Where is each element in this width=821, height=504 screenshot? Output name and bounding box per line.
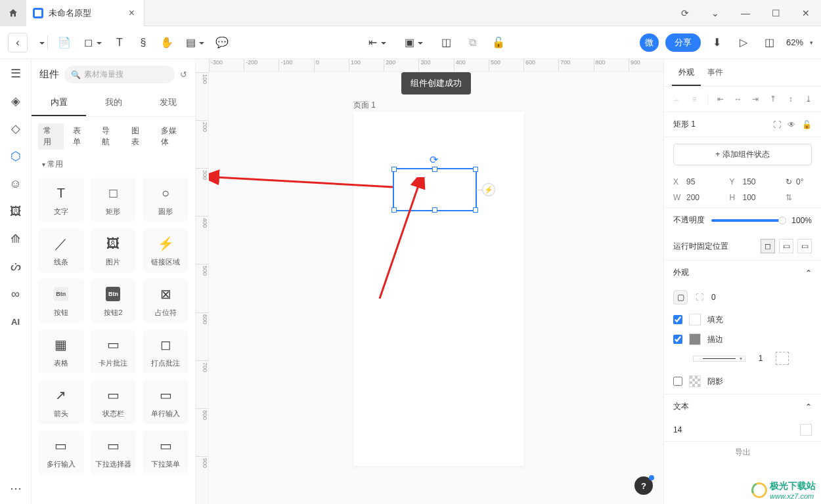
element-name[interactable]: 矩形 1 — [673, 119, 696, 130]
fixed-opt-bottom[interactable]: ▭ — [797, 239, 812, 253]
stroke-side-icon[interactable] — [776, 352, 789, 365]
code-icon[interactable]: ⟰ — [8, 231, 24, 247]
cat-nav[interactable]: 导航 — [97, 123, 122, 150]
canvas[interactable]: 组件创建成功 页面 1 ⟳ ⚡ — [209, 72, 663, 504]
align-bottom-icon[interactable]: ⤓ — [803, 93, 813, 105]
component-item[interactable]: ▭卡片批注 — [91, 329, 137, 373]
component-search[interactable]: 🔍 素材海量搜 — [64, 66, 175, 83]
overlap-icon[interactable]: ◫ — [436, 33, 456, 52]
component-item[interactable]: ○圆形 — [143, 178, 189, 222]
component-item[interactable]: ▭下拉选择器 — [91, 430, 137, 474]
refresh-icon[interactable]: ⟳ — [670, 0, 700, 26]
align-right-icon[interactable]: ⇥ — [751, 93, 761, 105]
component-item[interactable]: ／线条 — [38, 228, 84, 272]
detach-icon[interactable]: ⧉ — [462, 33, 482, 52]
opacity-value[interactable]: 100% — [791, 216, 812, 225]
panel-icon[interactable]: ◫ — [760, 33, 780, 52]
components-icon[interactable]: ⬡ — [8, 148, 24, 164]
align-center-v-icon[interactable]: ↕ — [786, 93, 795, 105]
fixed-opt-none[interactable]: ◻ — [761, 239, 775, 253]
align-dist-h-icon[interactable]: ⫠ — [672, 93, 682, 105]
component-item[interactable]: 🖼图片 — [91, 228, 137, 272]
component-item[interactable]: ▭多行输入 — [38, 430, 84, 474]
component-item[interactable]: □矩形 — [91, 178, 137, 222]
component-item[interactable]: ▭状态栏 — [91, 380, 137, 424]
unlock-icon[interactable]: 🔓 — [489, 33, 508, 52]
page-label[interactable]: 页面 1 — [353, 100, 376, 111]
component-item[interactable]: T文字 — [38, 178, 84, 222]
resize-handle[interactable] — [391, 207, 397, 213]
h-input[interactable]: 100 — [743, 193, 756, 202]
home-button[interactable] — [0, 0, 26, 26]
stroke-swatch[interactable] — [689, 333, 701, 345]
share-node-icon[interactable]: ∞ — [8, 286, 24, 302]
component-item[interactable]: ▭下拉菜单 — [143, 430, 189, 474]
section-common-head[interactable]: 常用 — [32, 156, 195, 173]
avatar-badge[interactable]: 微 — [640, 33, 659, 52]
font-color-swatch[interactable] — [800, 424, 812, 436]
component-item[interactable]: ⊠占位符 — [143, 279, 189, 323]
export-label[interactable]: 导出 — [735, 447, 751, 458]
resize-handle[interactable] — [432, 167, 437, 172]
align-left-icon[interactable]: ⇤ — [715, 93, 725, 105]
resize-handle[interactable] — [473, 167, 478, 172]
frame-align-icon[interactable]: ▣ — [399, 33, 419, 52]
w-input[interactable]: 200 — [686, 193, 699, 202]
image-icon[interactable]: 🖼 — [8, 203, 24, 219]
comment-tool-icon[interactable]: 💬 — [212, 33, 232, 52]
add-state-button[interactable]: + 添加组件状态 — [673, 144, 812, 165]
cat-common[interactable]: 常用 — [38, 123, 64, 150]
component-item[interactable]: ▭单行输入 — [143, 380, 189, 424]
close-window-icon[interactable]: ✕ — [791, 0, 821, 26]
back-dropdown[interactable] — [32, 33, 41, 52]
shadow-swatch[interactable] — [689, 375, 701, 387]
tab-mine[interactable]: 我的 — [86, 90, 141, 116]
artboard[interactable] — [353, 112, 524, 466]
collapse-icon[interactable]: ⌃ — [805, 402, 812, 411]
outline-icon[interactable]: ☰ — [8, 66, 24, 81]
component-item[interactable]: Btn按钮 — [38, 279, 84, 323]
close-tab-icon[interactable]: × — [129, 7, 135, 19]
resize-handle[interactable] — [391, 167, 397, 172]
back-button[interactable]: ‹ — [8, 33, 28, 52]
component-item[interactable]: ↗箭头 — [38, 380, 84, 424]
align-top-icon[interactable]: ⤒ — [768, 93, 778, 105]
font-size-input[interactable]: 14 — [673, 425, 682, 434]
hand-tool-icon[interactable]: ✋ — [157, 33, 177, 52]
document-tab[interactable]: 未命名原型 × — [26, 0, 144, 26]
interaction-handle-icon[interactable]: ⚡ — [482, 183, 495, 196]
y-input[interactable]: 150 — [743, 177, 756, 186]
help-button[interactable]: ? — [634, 476, 653, 495]
path-tool-icon[interactable]: § — [133, 33, 153, 52]
history-icon[interactable]: ↺ — [180, 70, 187, 79]
play-icon[interactable]: ▷ — [734, 33, 753, 52]
link-wh-icon[interactable]: ⇅ — [786, 193, 792, 202]
visibility-icon[interactable]: 👁 — [788, 120, 795, 129]
align-center-h-icon[interactable]: ↔ — [733, 93, 743, 105]
diamond-icon[interactable]: ◇ — [8, 121, 24, 136]
rotate-icon[interactable]: ↻ — [786, 177, 792, 186]
cat-form[interactable]: 表单 — [68, 123, 93, 150]
minimize-icon[interactable]: — — [730, 0, 761, 26]
collapse-icon[interactable]: ⌃ — [805, 268, 812, 278]
x-input[interactable]: 95 — [686, 177, 695, 186]
resize-handle[interactable] — [432, 207, 437, 213]
shadow-checkbox[interactable] — [673, 377, 682, 386]
share-button[interactable]: 分享 — [665, 33, 701, 52]
corner-radius-icon[interactable]: ▢ — [673, 290, 688, 304]
fit-icon[interactable]: ⛶ — [773, 120, 781, 129]
rotate-handle-icon[interactable]: ⟳ — [430, 154, 438, 166]
tab-events[interactable]: 事件 — [701, 59, 730, 86]
note-tool-icon[interactable]: ▤ — [181, 33, 200, 52]
ai-label[interactable]: AI — [8, 314, 24, 329]
resize-handle[interactable] — [473, 207, 478, 213]
align-left-icon[interactable]: ⇤ — [363, 33, 382, 52]
component-item[interactable]: ◻打点批注 — [143, 329, 189, 373]
rect-tool-icon[interactable]: ◻ — [78, 33, 98, 52]
stroke-width-input[interactable]: 1 — [751, 354, 770, 363]
tab-discover[interactable]: 发现 — [141, 90, 195, 116]
corner-value[interactable]: 0 — [711, 293, 716, 302]
selected-shape[interactable]: ⟳ ⚡ — [393, 168, 477, 211]
maximize-icon[interactable]: ☐ — [761, 0, 791, 26]
opacity-slider[interactable] — [711, 219, 785, 222]
